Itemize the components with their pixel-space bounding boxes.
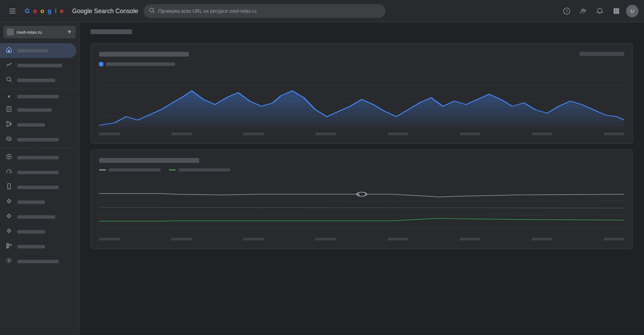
menu-icon[interactable]	[6, 4, 19, 18]
legend-label-1	[106, 62, 175, 66]
nav-label-speed	[17, 171, 59, 174]
svg-rect-47	[7, 245, 9, 247]
svg-rect-26	[7, 125, 8, 126]
x2-label-2	[171, 238, 192, 240]
chart-header-1	[99, 52, 624, 57]
nav-label-mobile	[17, 186, 59, 189]
people-icon[interactable]	[576, 4, 590, 18]
topbar: Google Google Search Console ?	[0, 0, 644, 22]
x-label-2	[171, 132, 192, 135]
nav-label-links	[17, 245, 45, 248]
sidebar-item-performance[interactable]	[0, 58, 76, 73]
chevron-down-icon: ▼	[67, 29, 72, 35]
sidebar-item-removals[interactable]	[0, 132, 76, 147]
sidebar-item-speed[interactable]	[0, 165, 76, 180]
search-bar[interactable]	[144, 4, 385, 18]
enhancements-icon	[6, 154, 12, 161]
help-icon[interactable]: ?	[560, 4, 574, 18]
app-title: Google Search Console	[72, 8, 138, 15]
svg-text:1: 1	[357, 193, 361, 197]
apps-icon[interactable]	[609, 4, 623, 18]
property-selector[interactable]: med-relax.ru ▼	[3, 26, 76, 38]
sitelinks-icon	[6, 213, 12, 221]
main-content: 1	[79, 22, 644, 335]
removals-icon	[6, 136, 12, 144]
sidebar-item-manual-actions[interactable]	[0, 224, 76, 239]
chart-x-labels-2	[99, 238, 624, 240]
x-label-8	[604, 132, 624, 135]
svg-rect-16	[616, 12, 617, 14]
x-label-7	[531, 132, 552, 135]
legend-dash-gray	[99, 169, 106, 170]
svg-point-45	[8, 230, 10, 231]
mobile-icon	[6, 183, 12, 191]
sidebar-item-url-inspection[interactable]	[0, 73, 76, 88]
legend-dot-blue	[99, 62, 103, 66]
svg-rect-49	[9, 244, 11, 246]
svg-marker-41	[8, 200, 10, 203]
svg-marker-43	[8, 215, 10, 217]
sidebar-item-breadcrumbs[interactable]	[0, 195, 76, 209]
svg-rect-0	[9, 9, 16, 9]
svg-rect-48	[7, 247, 9, 248]
svg-line-33	[7, 137, 11, 140]
x2-label-4	[315, 238, 336, 240]
sidebar-item-sitelinks[interactable]	[0, 209, 76, 224]
manual-actions-icon	[6, 228, 12, 236]
svg-rect-17	[617, 12, 619, 14]
sidebar-item-home[interactable]	[0, 43, 76, 58]
legend-label-gray	[109, 168, 161, 171]
chart-area-1	[99, 72, 624, 130]
nav-label-sitelinks	[17, 215, 55, 219]
avatar[interactable]: U	[626, 5, 638, 17]
property-name: med-relax.ru	[17, 30, 64, 35]
svg-rect-15	[614, 12, 615, 14]
svg-point-39	[9, 188, 9, 189]
svg-rect-25	[7, 121, 8, 123]
sidebar-item-mobile[interactable]	[0, 180, 76, 195]
svg-rect-1	[9, 11, 16, 11]
page-title-bar	[79, 22, 644, 38]
settings-icon	[6, 257, 12, 265]
svg-point-19	[7, 77, 11, 81]
layout: med-relax.ru ▼	[0, 22, 644, 335]
links-icon	[6, 243, 12, 250]
legend-item-gray	[99, 168, 161, 171]
search-icon	[149, 8, 155, 14]
nav-label-coverage	[17, 108, 52, 112]
x2-label-7	[531, 238, 552, 240]
nav-label-sitemaps	[17, 123, 45, 127]
nav-label-section	[17, 95, 59, 98]
svg-rect-11	[617, 8, 619, 10]
nav-label-performance	[17, 64, 62, 67]
sidebar-item-coverage[interactable]	[0, 102, 76, 117]
topbar-right: ?	[560, 4, 638, 18]
sidebar-section-coverage: ▼	[0, 91, 76, 102]
nav-label-enhancements	[17, 156, 59, 159]
bell-icon[interactable]	[593, 4, 607, 18]
svg-line-37	[9, 171, 10, 173]
chart-action-1[interactable]	[579, 52, 624, 56]
search-nav-icon	[6, 76, 12, 84]
chart-card-1	[90, 43, 633, 144]
chart-card-2: 1	[90, 149, 633, 249]
svg-rect-10	[616, 8, 617, 10]
x-label-5	[387, 132, 408, 135]
speed-icon	[6, 168, 12, 176]
sidebar-item-links[interactable]	[0, 239, 76, 254]
svg-rect-2	[9, 13, 16, 13]
sidebar-item-enhancements[interactable]	[0, 150, 76, 165]
svg-point-7	[581, 9, 584, 11]
page-title	[90, 29, 132, 34]
svg-rect-9	[614, 8, 615, 10]
search-input[interactable]	[158, 8, 380, 14]
flat-chart-area: 1	[99, 177, 624, 236]
chart-header-2	[99, 158, 624, 163]
svg-line-4	[153, 11, 154, 12]
svg-rect-12	[614, 10, 615, 12]
x2-label-3	[243, 238, 264, 240]
legend-item-green	[169, 168, 230, 171]
sidebar-item-settings[interactable]	[0, 254, 76, 269]
sidebar-item-sitemaps[interactable]	[0, 117, 76, 132]
legend-dash-green	[169, 169, 176, 170]
